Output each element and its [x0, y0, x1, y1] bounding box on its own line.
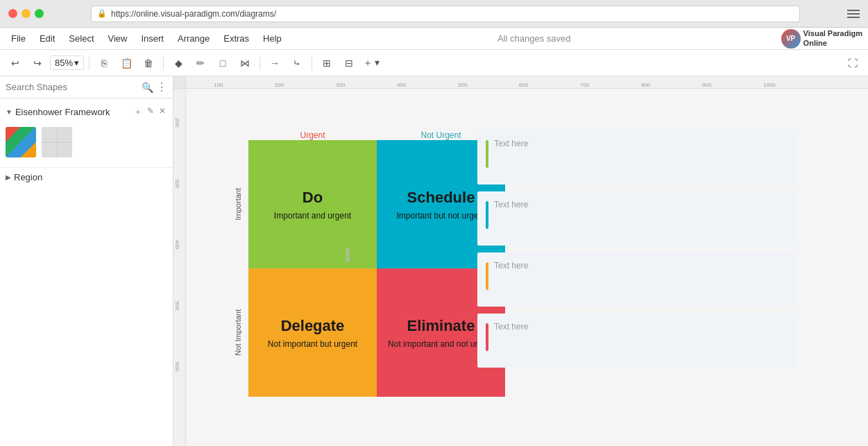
insert-button[interactable]: ＋ ▾ [361, 53, 381, 73]
menu-extras[interactable]: Extras [218, 31, 255, 46]
ruler-tick-v-400: 400 [174, 240, 180, 249]
hamburger-menu[interactable] [847, 10, 860, 18]
quadrant-delegate[interactable]: Delegate Not important but urgent [248, 268, 377, 397]
eisenhower-section-header[interactable]: ▼ Eisenhower Framework ＋ ✎ ✕ [6, 103, 167, 121]
chevron-down-icon: ▼ [6, 108, 12, 116]
side-note-text-blue: Text here [494, 200, 528, 209]
quadrant-delegate-subtitle: Not important but urgent [268, 339, 357, 349]
ruler-tick-400: 400 [397, 82, 406, 88]
matrix-body: Important Not Important Do Important and… [228, 140, 505, 397]
close-section-icon[interactable]: ✕ [158, 105, 167, 119]
menu-help[interactable]: Help [257, 31, 287, 46]
paste-button[interactable]: 📋 [117, 53, 136, 73]
add-section-icon[interactable]: ＋ [133, 105, 144, 119]
stroke-button[interactable]: ✏ [191, 53, 210, 73]
url-bar[interactable]: 🔒 https://online.visual-paradigm.com/dia… [91, 6, 800, 22]
canvas-area[interactable]: 100 200 300 400 500 600 700 800 900 1000… [173, 76, 868, 446]
menu-view[interactable]: View [103, 31, 133, 46]
ruler-vertical: 200 300 400 500 600 [173, 76, 186, 446]
undo-button[interactable]: ↩ [6, 53, 25, 73]
side-note-bar-red [486, 323, 488, 351]
zoom-control[interactable]: 85% ▾ [50, 55, 84, 70]
traffic-lights [8, 9, 44, 18]
region-title: Region [14, 172, 42, 182]
side-note-bar-blue [486, 201, 488, 229]
save-status: All changes saved [492, 31, 577, 46]
sidebar-section-title: Eisenhower Framework [15, 107, 130, 117]
url-text: https://online.visual-paradigm.com/diagr… [111, 9, 276, 19]
style-button[interactable]: ⋈ [235, 53, 255, 73]
label-urgent: Urgent [248, 130, 377, 140]
ruler-tick-200: 200 [275, 82, 284, 88]
eisenhower-section: ▼ Eisenhower Framework ＋ ✎ ✕ [0, 98, 173, 168]
side-note-yellow[interactable]: Text here [477, 252, 797, 307]
menu-insert[interactable]: Insert [135, 31, 169, 46]
matrix-side-labels: Important Not Important [228, 140, 248, 397]
close-button[interactable] [8, 9, 17, 18]
matrix-container: Urgent Not Urgent Important Not Importan… [228, 130, 505, 397]
quadrant-schedule-title: Schedule [407, 189, 475, 207]
brand-logo: VP Visual ParadigmOnline [781, 29, 862, 49]
ruler-tick-v-300: 300 [174, 179, 180, 188]
lock-icon: 🔒 [97, 9, 107, 18]
maximize-button[interactable] [35, 9, 44, 18]
label-important: Important [234, 188, 242, 220]
side-note-red[interactable]: Text here [477, 314, 797, 368]
redo-button[interactable]: ↪ [28, 53, 47, 73]
chevron-right-icon: ▶ [6, 173, 11, 181]
shape-grid [6, 121, 167, 163]
fullscreen-button[interactable]: ⛶ [843, 53, 862, 73]
side-note-blue[interactable]: Text here [477, 191, 797, 246]
border-button[interactable]: □ [213, 53, 232, 73]
quadrant-do-title: Do [303, 189, 323, 207]
ruler-tick-100: 100 [214, 82, 223, 88]
shape-grid-item[interactable] [42, 127, 72, 157]
toolbar: ↩ ↪ 85% ▾ ⎘ 📋 🗑 ◆ ✏ □ ⋈ → ⤷ ⊞ ⊟ ＋ ▾ ⛶ [0, 50, 868, 76]
ruler-tick-900: 900 [702, 82, 711, 88]
ruler-tick-700: 700 [580, 82, 589, 88]
fill-button[interactable]: ◆ [169, 53, 188, 73]
menu-edit[interactable]: Edit [34, 31, 60, 46]
brand-name: Visual ParadigmOnline [803, 29, 862, 47]
titlebar: 🔒 https://online.visual-paradigm.com/dia… [0, 0, 868, 28]
quadrant-schedule-subtitle: Important but not urgent [396, 211, 485, 221]
ruler-tick-1000: 1000 [763, 82, 776, 88]
shape-colorblock[interactable] [6, 127, 36, 157]
ruler-tick-300: 300 [336, 82, 345, 88]
arrange-button[interactable]: ⊟ [339, 53, 359, 73]
quadrant-do[interactable]: Do Important and urgent [248, 140, 377, 268]
matrix-top-labels: Urgent Not Urgent [248, 130, 505, 140]
label-not-important: Not Important [234, 309, 242, 356]
side-note-green[interactable]: Text here [477, 130, 797, 185]
delete-button[interactable]: 🗑 [139, 53, 158, 73]
region-header[interactable]: ▶ Region [6, 172, 167, 182]
waypoint-button[interactable]: ⤷ [287, 53, 307, 73]
connector-button[interactable]: → [265, 53, 284, 73]
quadrant-eliminate-title: Eliminate [407, 317, 475, 335]
ruler-tick-800: 800 [641, 82, 650, 88]
search-icon[interactable]: 🔍 [142, 82, 153, 93]
fit-button[interactable]: ⊞ [317, 53, 337, 73]
separator-4 [312, 56, 312, 70]
menu-select[interactable]: Select [63, 31, 99, 46]
ruler-tick-v-600: 600 [174, 362, 180, 371]
menu-file[interactable]: File [6, 31, 31, 46]
diagram[interactable]: Urgent Not Urgent Important Not Importan… [186, 89, 868, 446]
ruler-tick-v-500: 500 [174, 301, 180, 310]
menu-arrange[interactable]: Arrange [172, 31, 215, 46]
sidebar: 🔍 ⋮ ▼ Eisenhower Framework ＋ ✎ ✕ [0, 76, 173, 446]
quadrant-delegate-title: Delegate [281, 317, 345, 335]
search-input[interactable] [6, 82, 139, 92]
minimize-button[interactable] [22, 9, 31, 18]
ruler-tick-500: 500 [458, 82, 467, 88]
matrix-grid: Do Important and urgent Schedule Importa… [248, 140, 505, 397]
edit-section-icon[interactable]: ✎ [146, 105, 155, 119]
copy-button[interactable]: ⎘ [94, 53, 114, 73]
main-layout: 🔍 ⋮ ▼ Eisenhower Framework ＋ ✎ ✕ [0, 76, 868, 446]
ruler-horizontal: 100 200 300 400 500 600 700 800 900 1000 [186, 76, 868, 89]
ruler-tick-600: 600 [519, 82, 528, 88]
separator-3 [259, 56, 260, 70]
zoom-value: 85% [55, 58, 73, 68]
more-options-icon[interactable]: ⋮ [156, 80, 167, 94]
brand-icon: VP [781, 29, 801, 49]
